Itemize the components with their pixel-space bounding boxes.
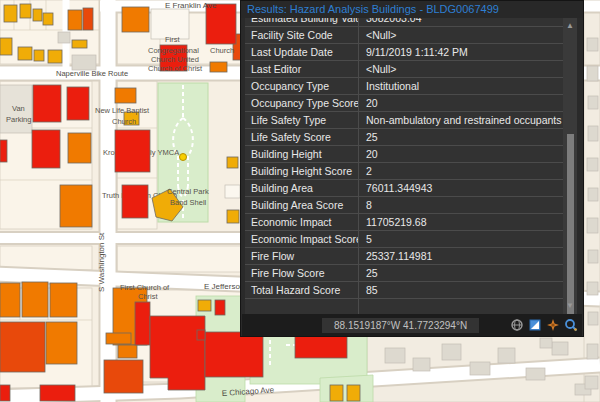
attribute-row: Fire Flow Score 25	[245, 265, 563, 282]
svg-text:Van: Van	[12, 104, 25, 113]
attribute-row-empty	[245, 299, 563, 314]
field-value: <Null>	[359, 61, 563, 77]
franklin-ave-label: E Franklin Ave	[165, 1, 217, 10]
scroll-up-arrow[interactable]: ▲	[563, 20, 577, 32]
popup-scrollbar[interactable]: ▲ ▼	[563, 18, 577, 314]
field-value: Non-ambulatory and restrained occupants	[359, 112, 563, 128]
field-name: Building Height	[245, 146, 359, 162]
scroll-thumb[interactable]	[567, 134, 574, 316]
attribute-row: Last Update Date 9/11/2019 1:11:42 PM	[245, 44, 563, 61]
svg-text:Congregational: Congregational	[148, 46, 199, 55]
application-window: Kroehler Family YMCA Truth Lutheran Chur…	[0, 0, 600, 402]
lutheran-building	[122, 185, 148, 218]
field-name: Facility Site Code	[245, 27, 359, 43]
scroll-down-arrow[interactable]: ▼	[563, 300, 577, 312]
attribute-row: Total Hazard Score 85	[245, 282, 563, 299]
field-name: Estimated Building Value	[245, 18, 359, 26]
attribute-row: Building Area 76011.344943	[245, 180, 563, 197]
field-value: 20	[359, 95, 563, 111]
attribute-row: Building Height 20	[245, 146, 563, 163]
attribute-row: Estimated Building Value 3082003.04	[245, 18, 563, 27]
field-value: 25	[359, 129, 563, 145]
field-value: 3082003.04	[359, 18, 563, 26]
field-name: Fire Flow	[245, 248, 359, 264]
field-value: 2	[359, 163, 563, 179]
christ-church-label: First Church of	[120, 283, 170, 292]
popup-titlebar[interactable]: Results: Hazard Analysis Buildings - BLD…	[241, 1, 583, 18]
popup-statusbar: 88.1519187°W 41.7723294°N	[242, 314, 582, 336]
attribute-row: Building Area Score 8	[245, 197, 563, 214]
selected-feature-point[interactable]	[180, 154, 187, 161]
field-name: Occupancy Type Score	[245, 95, 359, 111]
field-name: Life Safety Score	[245, 129, 359, 145]
field-name: Life Safety Type	[245, 112, 359, 128]
field-value: 25	[359, 265, 563, 281]
field-name: Fire Flow Score	[245, 265, 359, 281]
flash-locate-icon[interactable]	[546, 318, 560, 332]
ymca-building	[115, 130, 150, 172]
results-popup: Results: Hazard Analysis Buildings - BLD…	[240, 0, 584, 337]
zoom-magnifier-icon[interactable]	[564, 318, 578, 332]
field-name: Last Editor	[245, 61, 359, 77]
field-value: 9/11/2019 1:11:42 PM	[359, 44, 563, 60]
attribute-row: Life Safety Score 25	[245, 129, 563, 146]
attribute-row: Facility Site Code <Null>	[245, 27, 563, 44]
attribute-row: Fire Flow 25337.114981	[245, 248, 563, 265]
attribute-row: Economic Impact 11705219.68	[245, 214, 563, 231]
central-park-label: Central Park	[167, 187, 209, 196]
attribute-row: Last Editor <Null>	[245, 61, 563, 78]
field-value: 11705219.68	[359, 214, 563, 230]
attribute-table: Estimated Building Value 3082003.04 Faci…	[245, 18, 563, 314]
field-name: Economic Impact Score	[245, 231, 359, 247]
field-name: Building Area	[245, 180, 359, 196]
svg-text:Parking: Parking	[6, 115, 31, 124]
attribute-row: Occupancy Type Score 20	[245, 95, 563, 112]
field-name: Economic Impact	[245, 214, 359, 230]
svg-text:Band Shell: Band Shell	[170, 198, 207, 207]
field-value: <Null>	[359, 27, 563, 43]
attribute-row: Economic Impact Score 5	[245, 231, 563, 248]
field-value: 25337.114981	[359, 248, 563, 264]
svg-text:Church: Church	[112, 117, 136, 126]
baptist-church-label: New Life Baptist	[95, 106, 150, 115]
popup-title: Results: Hazard Analysis Buildings - BLD…	[247, 3, 499, 15]
field-value: 8	[359, 197, 563, 213]
field-name: Total Hazard Score	[245, 282, 359, 298]
church-right-label: Church	[210, 46, 234, 55]
svg-text:Church United: Church United	[151, 55, 199, 64]
field-value: 85	[359, 282, 563, 298]
overview-map-icon[interactable]	[528, 318, 542, 332]
svg-text:First: First	[165, 35, 180, 44]
field-name: Occupancy Type	[245, 78, 359, 94]
field-value: 5	[359, 231, 563, 247]
attribute-row: Life Safety Type Non-ambulatory and rest…	[245, 112, 563, 129]
field-name: Building Area Score	[245, 197, 359, 213]
attribute-row: Occupancy Type Institutional	[245, 78, 563, 95]
field-name: Building Height Score	[245, 163, 359, 179]
svg-text:Church of Christ: Church of Christ	[148, 64, 203, 73]
svg-text:Christ: Christ	[138, 292, 159, 301]
washington-st-label: S Washington St	[97, 232, 106, 292]
coordinates-readout: 88.1519187°W 41.7723294°N	[322, 318, 479, 333]
field-name: Last Update Date	[245, 44, 359, 60]
statusbar-tools	[510, 318, 578, 332]
globe-icon[interactable]	[510, 318, 524, 332]
bike-route-label: Naperville Bike Route	[56, 69, 128, 78]
field-value: 20	[359, 146, 563, 162]
attribute-row: Building Height Score 2	[245, 163, 563, 180]
field-value: Institutional	[359, 78, 563, 94]
field-value: 76011.344943	[359, 180, 563, 196]
